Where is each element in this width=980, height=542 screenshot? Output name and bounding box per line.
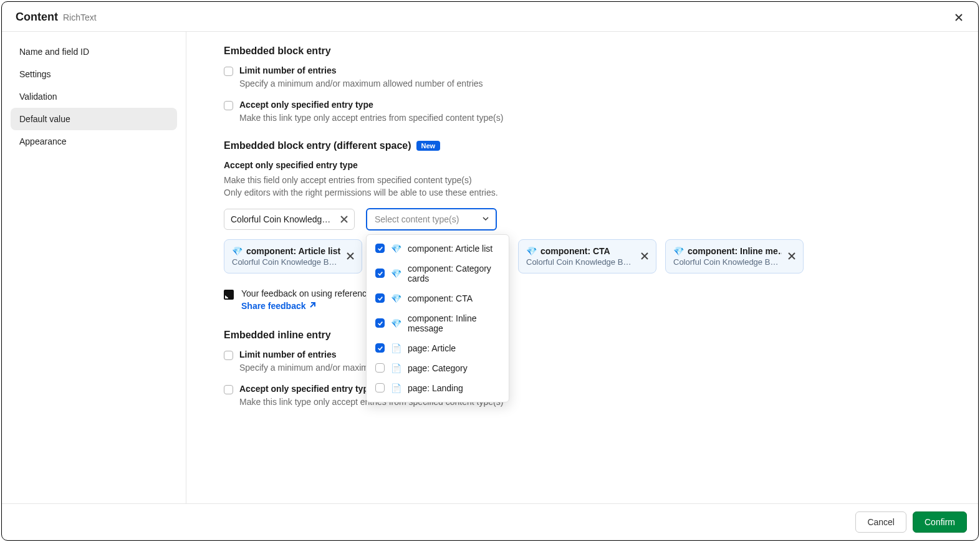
sidebar-item-default-value[interactable]: Default value	[11, 108, 177, 130]
selected-type-card: 💎 component: CTA Colorful Coin Knowledge…	[518, 239, 656, 273]
gem-icon: 💎	[232, 246, 243, 256]
content-type-select[interactable]	[366, 208, 497, 231]
checkbox-icon	[375, 343, 385, 353]
checkbox-limit-entries-2[interactable]	[224, 351, 233, 360]
checkbox-limit-entries-1-desc: Specify a minimum and/or maximum allowed…	[239, 78, 941, 88]
type-card-title-text: component: CTA	[540, 246, 610, 256]
checkbox-limit-entries-1-label: Limit number of entries	[239, 65, 337, 75]
space-chip-label: Colorful Coin Knowledge B…	[231, 214, 335, 224]
section-embedded-block-entry-title: Embedded block entry	[224, 45, 941, 57]
dropdown-item-cta[interactable]: 💎 component: CTA	[367, 288, 509, 308]
dropdown-item-page-landing[interactable]: 📄 page: Landing	[367, 378, 509, 398]
dropdown-item-page-article[interactable]: 📄 page: Article	[367, 338, 509, 358]
checkbox-accept-type-2[interactable]	[224, 385, 233, 394]
section-2-title-text: Embedded block entry (different space)	[224, 140, 411, 151]
chevron-down-icon	[482, 214, 489, 224]
checkbox-limit-entries-2-desc: Specify a minimum and/or maximum allowed…	[239, 363, 941, 373]
dropdown-item-label: page: Category	[408, 363, 468, 373]
type-card-subtitle: Colorful Coin Knowledge Base	[232, 257, 340, 267]
close-icon[interactable]	[953, 12, 964, 23]
space-chip-remove-icon[interactable]	[340, 216, 348, 223]
confirm-button[interactable]: Confirm	[913, 511, 967, 533]
content-type-dropdown: 💎 component: Article list 💎 component: C…	[366, 234, 509, 402]
checkbox-accept-type-1[interactable]	[224, 101, 233, 110]
header-title: Content	[16, 11, 58, 24]
sub-desc-line2: Only editors with the right permissions …	[224, 188, 498, 197]
cancel-button[interactable]: Cancel	[855, 511, 906, 533]
checkbox-icon	[375, 383, 385, 392]
remove-card-icon[interactable]	[641, 252, 648, 260]
gem-icon: 💎	[391, 244, 401, 254]
checkbox-accept-type-1-label: Accept only specified entry type	[239, 100, 373, 110]
share-feedback-label: Share feedback	[241, 301, 306, 311]
feedback-text: Your feedback on using references	[241, 288, 376, 298]
dropdown-item-label: page: Landing	[408, 383, 463, 393]
gem-icon: 💎	[391, 269, 401, 278]
dropdown-item-page-category[interactable]: 📄 page: Category	[367, 358, 509, 378]
modal-header: Content RichText	[2, 2, 978, 32]
checkbox-icon	[375, 293, 385, 303]
type-card-subtitle: Colorful Coin Knowledge Base	[526, 257, 635, 267]
dropdown-item-label: component: Category cards	[408, 264, 500, 283]
sub-accept-type-label: Accept only specified entry type	[224, 160, 941, 170]
checkbox-accept-type-1-desc: Make this link type only accept entries …	[239, 113, 941, 123]
checkbox-icon	[375, 269, 385, 278]
page-icon: 📄	[391, 363, 401, 373]
checkbox-icon	[375, 363, 385, 373]
dropdown-item-label: page: Article	[408, 343, 456, 353]
sidebar-item-validation[interactable]: Validation	[11, 85, 177, 108]
chat-bubble-icon	[224, 290, 234, 300]
sub-desc-line1: Make this field only accept entries from…	[224, 175, 472, 185]
page-icon: 📄	[391, 343, 401, 353]
checkbox-limit-entries-1[interactable]	[224, 67, 233, 76]
selected-type-card: 💎 component: Inline me… Colorful Coin Kn…	[665, 239, 804, 273]
gem-icon: 💎	[673, 246, 684, 256]
selected-type-card: 💎 component: Article list Colorful Coin …	[224, 239, 362, 273]
dropdown-item-label: component: Inline message	[408, 313, 500, 333]
section-embedded-inline-entry-title: Embedded inline entry	[224, 330, 941, 341]
gem-icon: 💎	[391, 293, 401, 303]
space-chip: Colorful Coin Knowledge B…	[224, 209, 355, 230]
remove-card-icon[interactable]	[788, 252, 795, 260]
sidebar-item-settings[interactable]: Settings	[11, 63, 177, 85]
dropdown-item-inline-message[interactable]: 💎 component: Inline message	[367, 308, 509, 338]
type-card-title-text: component: Article list	[246, 246, 340, 256]
share-feedback-link[interactable]: Share feedback	[241, 301, 316, 311]
gem-icon: 💎	[391, 318, 401, 328]
gem-icon: 💎	[526, 246, 537, 256]
checkbox-icon	[375, 244, 385, 253]
dropdown-item-label: component: Article list	[408, 244, 492, 254]
type-card-subtitle: Colorful Coin Knowledge Base	[673, 257, 782, 267]
dropdown-item-category-cards[interactable]: 💎 component: Category cards	[367, 259, 509, 288]
sidebar-item-appearance[interactable]: Appearance	[11, 130, 177, 153]
external-link-icon	[309, 301, 316, 311]
sidebar: Name and field ID Settings Validation De…	[2, 32, 186, 503]
dropdown-item-label: component: CTA	[408, 293, 473, 303]
header-subtitle: RichText	[63, 12, 97, 22]
sub-accept-type-desc: Make this field only accept entries from…	[224, 174, 941, 199]
type-card-title-text: component: Inline me…	[688, 246, 782, 256]
main-panel: Embedded block entry Limit number of ent…	[186, 32, 978, 503]
content-type-select-input[interactable]	[373, 214, 478, 225]
section-embedded-block-diff-space-title: Embedded block entry (different space) N…	[224, 140, 941, 151]
checkbox-accept-type-2-desc: Make this link type only accept entries …	[239, 397, 941, 407]
modal-footer: Cancel Confirm	[2, 503, 978, 540]
sidebar-item-name-id[interactable]: Name and field ID	[11, 40, 177, 63]
new-badge: New	[416, 141, 441, 151]
page-icon: 📄	[391, 383, 401, 393]
checkbox-icon	[375, 318, 385, 328]
remove-card-icon[interactable]	[347, 252, 354, 260]
dropdown-item-article-list[interactable]: 💎 component: Article list	[367, 239, 509, 259]
feedback-box: Your feedback on using references Share …	[224, 288, 941, 311]
checkbox-limit-entries-2-label: Limit number of entries	[239, 349, 337, 359]
checkbox-accept-type-2-label: Accept only specified entry type	[239, 384, 373, 394]
